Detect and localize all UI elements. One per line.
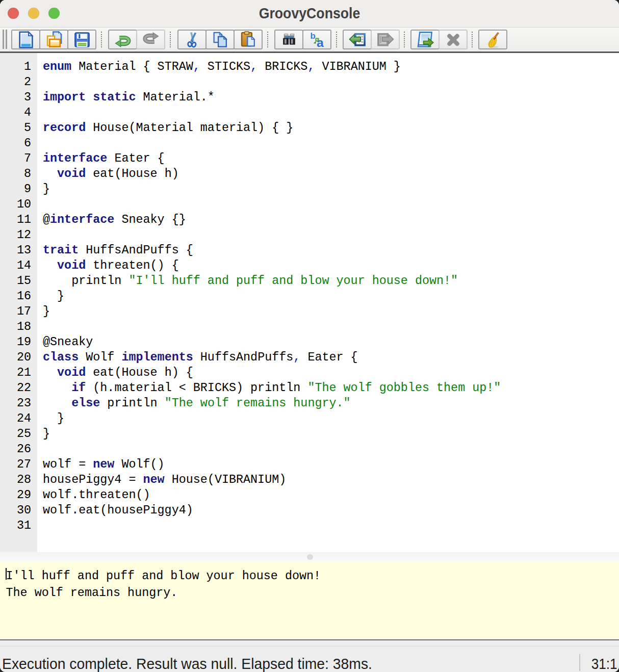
svg-text:b: b [310,31,315,41]
svg-text:a: a [316,36,323,49]
